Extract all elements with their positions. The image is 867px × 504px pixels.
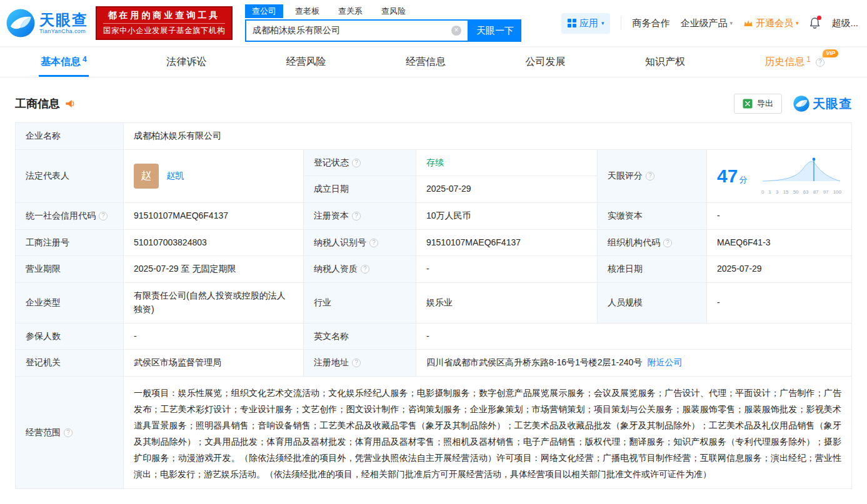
tianyancha-logo[interactable]: 天眼查 TianYanCha.com: [6, 9, 88, 37]
field-label-text: 企业类型: [26, 297, 61, 307]
legal-rep: 赵 赵凯: [134, 164, 293, 189]
help-icon[interactable]: ?: [369, 239, 378, 247]
tianyancha-logo-icon: [6, 9, 35, 37]
search-tab-relation[interactable]: 查关系: [331, 4, 369, 18]
field-label-text: 营业期限: [26, 264, 61, 274]
industry-label: 行业: [304, 283, 416, 323]
table-row: 企业类型 有限责任公司(自然人投资或控股的法人独资) 行业 娱乐业 人员规模 -: [16, 283, 852, 323]
tab-company-development[interactable]: 公司发展: [523, 47, 567, 77]
help-icon[interactable]: ?: [352, 159, 361, 167]
field-label-text: 注册地址: [314, 357, 349, 367]
tab-business-info[interactable]: 经营信息: [404, 47, 448, 77]
staff-size-value: -: [707, 283, 852, 323]
tab-history-info[interactable]: VIP 历史信息 1 ?: [763, 47, 828, 77]
help-icon[interactable]: ?: [99, 212, 108, 220]
axis-tick: 97: [823, 189, 829, 196]
axis-tick: 3: [776, 189, 778, 196]
tab-intellectual-property[interactable]: 知识产权: [643, 47, 687, 77]
reg-status-label: 登记状态?: [304, 149, 416, 176]
apps-button[interactable]: 应用 ▾: [561, 13, 611, 34]
reg-number-value: 510107003824803: [124, 229, 304, 256]
avatar[interactable]: 赵: [134, 164, 159, 189]
notification-bell[interactable]: [809, 17, 821, 30]
field-value-text: 2025-07-29: [717, 264, 762, 274]
field-label-text: 成立日期: [314, 184, 349, 194]
help-icon[interactable]: ?: [816, 58, 824, 67]
field-label-text: 企业名称: [26, 131, 61, 141]
field-value-text: 武侯区市场监督管理局: [134, 357, 221, 367]
tab-label: 知识产权: [645, 56, 685, 69]
table-row: 统一社会信用代码? 91510107MAEQ6F4137 注册资本? 10万人民…: [16, 203, 852, 230]
search-tab-risk[interactable]: 查风险: [374, 4, 413, 18]
help-icon[interactable]: ?: [663, 239, 672, 247]
axis-tick: 0: [761, 189, 764, 196]
tab-badge: 4: [83, 55, 87, 64]
tianyancha-logo-icon: [793, 96, 809, 112]
open-vip-link[interactable]: 开通会员 ▾: [743, 17, 799, 29]
search-box: ×: [245, 19, 469, 42]
field-value-text: -: [717, 297, 720, 307]
export-button[interactable]: 导出: [734, 94, 782, 114]
clear-search-icon[interactable]: ×: [451, 26, 461, 36]
promo-banner: 都在用的商业查询工具 国家中小企业发展子基金旗下机构: [96, 6, 233, 40]
search-button[interactable]: 天眼一下: [469, 19, 521, 42]
help-icon[interactable]: ?: [64, 428, 73, 437]
field-value-text: 成都柏沐娱乐有限公司: [134, 131, 221, 141]
credit-code-label: 统一社会信用代码?: [16, 203, 124, 230]
tab-label: 经营信息: [406, 56, 446, 69]
field-value-text: 10万人民币: [426, 210, 471, 220]
reg-number-label: 工商注册号: [16, 229, 124, 256]
field-label-text: 纳税人资质: [314, 264, 358, 274]
user-menu-label: 超级...: [831, 17, 858, 29]
score-unit-text: 分: [739, 175, 747, 184]
logo-subtitle: TianYanCha.com: [39, 28, 88, 34]
credit-code-value: 91510107MAEQ6F4137: [124, 203, 304, 230]
enterprise-product-link[interactable]: 企业级产品 ▾: [680, 17, 733, 29]
biz-cooperation-link[interactable]: 商务合作: [632, 17, 669, 29]
field-value-text: MAEQ6F41-3: [717, 237, 771, 247]
help-icon[interactable]: ?: [352, 358, 361, 367]
legal-rep-link[interactable]: 赵凯: [166, 169, 184, 183]
field-label-text: 登记状态: [314, 157, 349, 167]
field-label-text: 工商注册号: [26, 237, 69, 247]
tab-business-risk[interactable]: 经营风险: [284, 47, 328, 77]
nearby-companies-link[interactable]: 附近公司: [647, 357, 682, 367]
open-vip-label: 开通会员: [756, 17, 793, 29]
field-label-text: 英文名称: [314, 331, 349, 341]
table-row: 经营范围? 一般项目：娱乐性展览；组织文化艺术交流活动；文化娱乐经纪人服务；电影…: [16, 376, 852, 488]
taxpayer-qual-label: 纳税人资质?: [304, 256, 416, 283]
legal-rep-value: 赵 赵凯: [124, 149, 304, 202]
help-icon[interactable]: ?: [646, 172, 654, 180]
axis-tick: 1: [769, 189, 771, 196]
search-tab-company[interactable]: 查公司: [245, 4, 283, 18]
business-scope-value: 一般项目：娱乐性展览；组织文化艺术交流活动；文化娱乐经纪人服务；电影摄制服务；数…: [124, 376, 852, 488]
field-label-text: 纳税人识别号: [314, 237, 366, 247]
tab-legal-proceedings[interactable]: 法律诉讼: [164, 47, 208, 77]
avatar-char: 赵: [141, 168, 152, 184]
user-menu[interactable]: 超级...: [831, 17, 858, 29]
help-icon[interactable]: ?: [361, 265, 369, 274]
taxpayer-qual-value: -: [416, 256, 598, 283]
search-input[interactable]: [246, 26, 451, 36]
business-scope-label: 经营范围?: [16, 376, 124, 488]
field-label-text: 人员规模: [608, 297, 643, 307]
watermark-logo-text: 天眼查: [813, 96, 852, 112]
score-value: 47分 0 1 3 15 50 63: [707, 149, 852, 202]
org-code-label: 组织机构代码?: [598, 229, 707, 256]
field-value-text: 有限责任公司(自然人投资或控股的法人独资): [134, 290, 286, 314]
search-tab-boss[interactable]: 查老板: [288, 4, 326, 18]
help-icon[interactable]: ?: [352, 212, 361, 220]
taxpayer-id-label: 纳税人识别号?: [304, 229, 416, 256]
header-nav: 应用 ▾ 商务合作 企业级产品 ▾ 开通会员 ▾ 超级...: [561, 13, 858, 34]
field-label-text: 法定代表人: [26, 170, 69, 180]
field-label-text: 组织机构代码: [608, 237, 660, 247]
tab-basic-info[interactable]: 基本信息 4: [39, 47, 89, 77]
excel-icon: [743, 99, 753, 109]
company-section-tabs: 基本信息 4 法律诉讼 经营风险 经营信息 公司发展 知识产权 VIP 历史信息…: [0, 46, 867, 77]
site-header: 天眼查 TianYanCha.com 都在用的商业查询工具 国家中小企业发展子基…: [0, 0, 867, 46]
table-row: 法定代表人 赵 赵凯 登记状态? 存续 天眼评分? 47分: [16, 149, 852, 176]
business-info-table: 企业名称 成都柏沐娱乐有限公司 法定代表人 赵 赵凯 登记状态? 存续 天眼评分…: [15, 122, 852, 489]
score-distribution-chart: 0 1 3 15 50 63 87 97 100: [761, 156, 841, 196]
axis-tick: 100: [833, 189, 841, 196]
status-badge: 存续: [426, 157, 444, 167]
